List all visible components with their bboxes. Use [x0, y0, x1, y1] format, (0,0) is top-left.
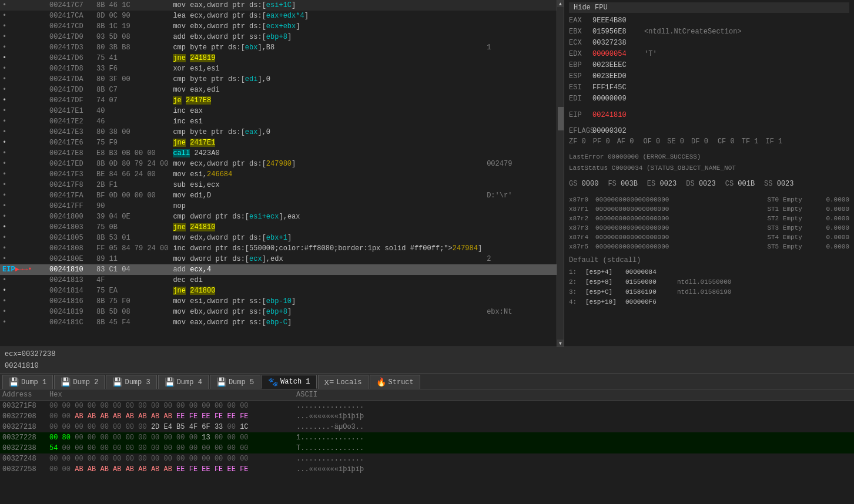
disasm-comment: [484, 74, 557, 85]
disasm-row[interactable]: •002418198B 5D 08mov ebx,dword ptr ss:[e…: [0, 307, 557, 317]
tab-watch-1[interactable]: 🐾Watch 1: [262, 375, 316, 389]
disasm-table: •002417C78B 46 1Cmov eax,dword ptr ds:[e…: [0, 0, 557, 329]
disasm-row[interactable]: •002417D675 41jne 241819: [0, 53, 557, 63]
ecx-value[interactable]: 00327238: [592, 39, 639, 47]
last-status-text: LastStatus C0000034 (STATUS_OBJECT_NAME_…: [569, 164, 736, 172]
disasm-comment: [484, 169, 557, 180]
ebx-value[interactable]: 015956E8: [592, 28, 639, 36]
disasm-row[interactable]: •002418058B 53 01mov edx,dword ptr ds:[e…: [0, 233, 557, 243]
scroll-track[interactable]: [557, 7, 564, 340]
disasm-mnem: mov esi,246684: [170, 169, 484, 180]
disasm-row[interactable]: •002418168B 75 F0mov esi,dword ptr ss:[e…: [0, 296, 557, 307]
disasm-mnem: jne 241810: [170, 222, 484, 233]
dump-row[interactable]: 0032722800 80 00 00 00 00 00 00 00 00 00…: [0, 432, 854, 443]
flag-if[interactable]: IF 1: [766, 137, 783, 146]
disasm-row[interactable]: •0024180039 04 0Ecmp dword ptr ds:[esi+e…: [0, 211, 557, 222]
disasm-row[interactable]: •002417D003 5D 08add ebx,dword ptr ss:[e…: [0, 32, 557, 42]
disasm-row[interactable]: •0024181C8B 45 F4mov eax,dword ptr ss:[e…: [0, 317, 557, 328]
tab-locals[interactable]: x=Locals: [318, 375, 369, 389]
tab-icon: 💾: [112, 377, 122, 387]
disasm-row[interactable]: •002417DA80 3F 00cmp byte ptr ds:[edi],0: [0, 74, 557, 85]
disasm-arrow-col: •: [0, 317, 47, 328]
disasm-row[interactable]: •002417DD8B C7mov eax,edi: [0, 85, 557, 95]
disasm-scroll[interactable]: •002417C78B 46 1Cmov eax,dword ptr ds:[e…: [0, 0, 557, 329]
scroll-thumb[interactable]: [558, 107, 564, 130]
disasm-mnem: mov ebx,dword ptr ds:[ecx+ebx]: [170, 21, 484, 32]
disasm-addr: 002417DD: [47, 85, 94, 95]
disasm-row[interactable]: •0024180E89 11mov dword ptr ds:[ecx],edx…: [0, 254, 557, 264]
seg-regs-container: GS 0000FS 003BES 0023DS 0023CS 001BSS 00…: [569, 180, 849, 189]
tab-dump-2[interactable]: 💾Dump 2: [54, 375, 105, 389]
disasm-scrollbar[interactable]: ▲ ▼: [557, 0, 564, 347]
flag-of[interactable]: OF 0: [643, 137, 660, 146]
dump-row[interactable]: 003271F800 00 00 00 00 00 00 00 00 00 00…: [0, 401, 854, 411]
disasm-row[interactable]: •002417F3BE 84 66 24 00mov esi,246684: [0, 169, 557, 180]
disasm-row[interactable]: •0024180375 0Bjne 241810: [0, 222, 557, 233]
flag-tf[interactable]: TF 1: [742, 137, 759, 146]
flag-df[interactable]: DF 0: [691, 137, 708, 146]
disasm-comment: [484, 222, 557, 233]
disasm-bytes: 40: [94, 106, 170, 116]
disasm-row[interactable]: •0024181475 EAjne 241800: [0, 285, 557, 296]
last-error-text: LastError 00000000 (ERROR_SUCCESS): [569, 153, 701, 160]
ebp-value[interactable]: 0023EEEC: [592, 61, 639, 69]
flag-se[interactable]: SE 0: [667, 137, 684, 146]
disasm-row[interactable]: EIP►→→•0024181083 C1 04add ecx,4: [0, 264, 557, 275]
disasm-row[interactable]: •002417E246inc esi: [0, 116, 557, 127]
disasm-row[interactable]: •002417C78B 46 1Cmov eax,dword ptr ds:[e…: [0, 0, 557, 11]
eip-label: EIP: [569, 111, 592, 119]
disasm-row[interactable]: •002417F82B F1sub esi,ecx: [0, 180, 557, 190]
flag-zf[interactable]: ZF 0: [569, 137, 586, 146]
eflags-label: EFLAGS: [569, 127, 592, 135]
disasm-bytes: 75 0B: [94, 222, 170, 233]
scroll-down-btn[interactable]: ▼: [557, 340, 564, 347]
disasm-bytes: 83 C1 04: [94, 264, 170, 275]
disasm-row[interactable]: •002417CA8D 0C 90lea ecx,dword ptr ds:[e…: [0, 11, 557, 21]
bottom-area: 💾Dump 1💾Dump 2💾Dump 3💾Dump 4💾Dump 5🐾Watc…: [0, 373, 854, 504]
tab-dump-1[interactable]: 💾Dump 1: [2, 375, 53, 389]
hide-fpu-button[interactable]: Hide FPU: [569, 2, 849, 13]
dump-ascii: ................: [294, 453, 854, 464]
dump-row[interactable]: 0032721800 00 00 00 00 00 00 00 2D E4 B5…: [0, 422, 854, 432]
disasm-row[interactable]: •002417CD8B 1C 19mov ebx,dword ptr ds:[e…: [0, 21, 557, 32]
disasm-row[interactable]: •002417E675 F9jne 2417E1: [0, 137, 557, 148]
disasm-row[interactable]: •002417FF90nop: [0, 201, 557, 211]
disasm-row[interactable]: •002417FABF 0D 00 00 00mov edi,DD:'\r': [0, 190, 557, 201]
disasm-row[interactable]: •002417ED8B 0D 80 79 24 00mov ecx,dword …: [0, 159, 557, 169]
disasm-mnem: sub esi,ecx: [170, 180, 484, 190]
disasm-row[interactable]: •0024182383 45 FC 04add dword ptr ss:[eb…: [0, 328, 557, 329]
flag-cf[interactable]: CF 0: [718, 137, 735, 146]
tab-icon: x=: [324, 378, 334, 387]
dump-row[interactable]: 0032723854 00 00 00 00 00 00 00 00 00 00…: [0, 443, 854, 453]
disasm-addr: 002417CA: [47, 11, 94, 21]
tab-dump-4[interactable]: 💾Dump 4: [158, 375, 209, 389]
edi-value[interactable]: 00000009: [592, 95, 639, 103]
disasm-row[interactable]: •002418134Fdec edi: [0, 275, 557, 285]
disasm-row[interactable]: •002417E380 38 00cmp byte ptr ds:[eax],0: [0, 127, 557, 137]
tab-icon: 💾: [9, 377, 19, 387]
eip-value[interactable]: 00241810: [592, 111, 639, 119]
esp-value[interactable]: 0023EED0: [592, 72, 639, 80]
scroll-up-btn[interactable]: ▲: [557, 0, 564, 7]
disasm-row[interactable]: •002417DF74 07je 2417E8: [0, 95, 557, 106]
tab-dump-5[interactable]: 💾Dump 5: [210, 375, 260, 389]
esi-value[interactable]: FFF1F45C: [592, 83, 639, 92]
eflags-value[interactable]: 00000302: [592, 127, 639, 135]
disasm-row[interactable]: •002417D833 F6xor esi,esi: [0, 63, 557, 74]
disasm-row[interactable]: •002417D380 3B B8cmp byte ptr ds:[ebx],B…: [0, 42, 557, 53]
dump-row[interactable]: 0032724800 00 00 00 00 00 00 00 00 00 00…: [0, 453, 854, 464]
dump-row[interactable]: 0032725800 00 AB AB AB AB AB AB AB AB EE…: [0, 464, 854, 475]
disasm-addr: 002417E6: [47, 137, 94, 148]
flag-pf[interactable]: PF 0: [593, 137, 610, 146]
tab-dump-3[interactable]: 💾Dump 3: [106, 375, 156, 389]
dump-row[interactable]: 0032720800 00 AB AB AB AB AB AB AB AB EE…: [0, 411, 854, 422]
disasm-row[interactable]: •002417E140inc eax: [0, 106, 557, 116]
dump-table: 003271F800 00 00 00 00 00 00 00 00 00 00…: [0, 401, 854, 475]
tab-struct[interactable]: 🔥Struct: [370, 375, 420, 389]
disasm-row[interactable]: •002417E8E8 B3 0B 00 00call 2423A0: [0, 148, 557, 159]
edx-value[interactable]: 00000054: [592, 50, 639, 58]
flag-af[interactable]: AF 0: [617, 137, 634, 146]
disasm-row[interactable]: •00241808FF 05 84 79 24 00inc dword ptr …: [0, 243, 557, 254]
tab-icon: 💾: [61, 377, 71, 387]
eax-value[interactable]: 9EEE4B80: [592, 16, 639, 25]
